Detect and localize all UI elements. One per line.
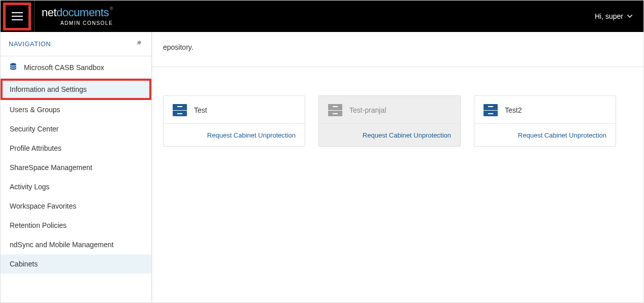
chevron-down-icon [627,15,632,18]
nav-profile-attributes[interactable]: Profile Attributes [1,139,151,158]
repository-name: Microsoft CASB Sandbox [24,63,104,72]
request-unprotection-link[interactable]: Request Cabinet Unprotection [518,131,606,139]
cabinet-icon [173,104,187,116]
sidebar-header: NAVIGATION [1,32,151,56]
nav-retention-policies[interactable]: Retention Policies [1,216,151,235]
nav-cabinets[interactable]: Cabinets [1,254,151,274]
pin-icon[interactable] [134,40,143,48]
database-icon [9,62,18,72]
brand-logo: netdocuments® ADMIN CONSOLE [42,7,113,25]
cabinet-card-header: Test2 [474,96,616,124]
app-header: netdocuments® ADMIN CONSOLE Hi, super [1,1,643,32]
request-unprotection-link[interactable]: Request Cabinet Unprotection [363,131,451,139]
nav-security-center[interactable]: Security Center [1,119,151,139]
logo-subtitle: ADMIN CONSOLE [42,20,113,26]
cabinet-card[interactable]: Test2 Request Cabinet Unprotection [474,95,616,147]
request-unprotection-link[interactable]: Request Cabinet Unprotection [207,131,296,139]
nav-sharespace[interactable]: ShareSpace Management [1,158,151,177]
sidebar-title: NAVIGATION [9,40,51,48]
cabinet-card[interactable]: Test-pranjal Request Cabinet Unprotectio… [318,95,461,147]
logo-trademark: ® [110,6,113,11]
nav-ndsync-mobile[interactable]: ndSync and Mobile Management [1,235,151,254]
cabinet-card-header: Test [164,96,305,124]
repository-item[interactable]: Microsoft CASB Sandbox [1,56,151,79]
divider [34,1,35,32]
nav-workspace-favorites[interactable]: Workspace Favorites [1,196,151,216]
hamburger-button[interactable] [3,3,31,30]
logo-net: net [42,6,56,19]
user-menu[interactable]: Hi, super [595,12,632,20]
cabinet-icon [328,104,342,116]
user-greeting: Hi, super [595,12,623,20]
cabinet-name: Test [194,106,207,114]
cabinet-name: Test2 [505,106,522,114]
nav-information-settings[interactable]: Information and Settings [1,79,151,100]
nav-users-groups[interactable]: Users & Groups [1,100,151,119]
nav-activity-logs[interactable]: Activity Logs [1,177,151,196]
navigation-sidebar: NAVIGATION Microsoft CASB Sandbox Inform… [1,32,152,303]
cabinet-card-header: Test-pranjal [319,96,460,124]
nav-list: Information and Settings Users & Groups … [1,79,151,274]
cabinet-card[interactable]: Test Request Cabinet Unprotection [163,95,305,147]
logo-docs: documents [56,6,109,19]
cabinet-name: Test-pranjal [349,106,386,114]
hamburger-icon [12,12,23,20]
cabinet-icon [484,104,498,116]
